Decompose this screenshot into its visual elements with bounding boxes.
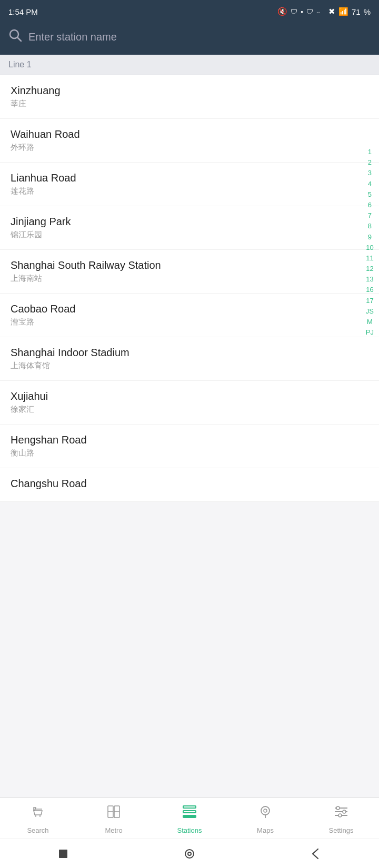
svg-point-19 xyxy=(343,810,346,813)
nav-item-stations[interactable]: Stations xyxy=(152,803,227,834)
shield-icon: 🛡 xyxy=(291,8,297,16)
svg-point-13 xyxy=(264,809,267,812)
station-name-en: Jinjiang Park xyxy=(11,216,347,228)
svg-point-18 xyxy=(336,806,340,810)
station-list: Xinzhuang莘庄Waihuan Road外环路Lianhua Road莲花… xyxy=(0,75,379,502)
scroll-index-item[interactable]: PJ xyxy=(364,328,376,337)
scroll-index-item[interactable]: 1 xyxy=(366,147,374,157)
scroll-index-item[interactable]: 13 xyxy=(364,275,375,284)
station-name-zh: 上海南站 xyxy=(11,274,347,284)
wifi-icon: 📶 xyxy=(338,7,348,16)
bottom-nav: Search Metro Stations xyxy=(0,798,379,839)
scroll-index-item[interactable]: 11 xyxy=(364,254,375,263)
search-header[interactable]: Enter station name xyxy=(0,23,379,55)
scroll-index-item[interactable]: 8 xyxy=(366,221,374,231)
scroll-index-item[interactable]: 2 xyxy=(366,158,374,167)
station-name-zh: 衡山路 xyxy=(11,448,347,458)
station-name-zh: 莘庄 xyxy=(11,99,347,109)
station-item[interactable]: Waihuan Road外环路 xyxy=(0,119,379,163)
station-name-en: Lianhua Road xyxy=(11,172,347,184)
svg-line-1 xyxy=(17,37,21,41)
scroll-index[interactable]: 123456789101112131617JSMPJ xyxy=(364,147,376,337)
screen-icon: ▪ xyxy=(301,8,303,16)
scroll-index-item[interactable]: 17 xyxy=(364,296,375,306)
line-header: Line 1 xyxy=(0,55,379,75)
status-time: 1:54 PM xyxy=(8,7,38,16)
metro-nav-icon xyxy=(105,803,122,824)
settings-nav-icon xyxy=(333,803,350,824)
scroll-index-item[interactable]: 16 xyxy=(364,285,375,295)
scroll-index-item[interactable]: JS xyxy=(364,307,376,316)
settings-nav-label: Settings xyxy=(329,826,354,834)
station-name-en: Shanghai Indoor Stadium xyxy=(11,347,347,359)
stations-nav-label: Stations xyxy=(177,826,202,834)
scroll-index-item[interactable]: M xyxy=(365,317,375,327)
maps-nav-icon xyxy=(257,803,274,824)
scroll-index-item[interactable]: 10 xyxy=(364,243,375,253)
battery-icon: % xyxy=(364,7,371,16)
recents-button[interactable] xyxy=(182,846,197,861)
battery-x-icon: ✖ xyxy=(328,7,335,16)
scroll-index-item[interactable]: 12 xyxy=(364,264,375,274)
svg-point-22 xyxy=(185,850,194,858)
station-name-en: Xinzhuang xyxy=(11,85,347,97)
scroll-index-item[interactable]: 7 xyxy=(366,211,374,220)
station-item[interactable]: Changshu Road xyxy=(0,468,379,502)
search-input[interactable]: Enter station name xyxy=(28,31,371,43)
scroll-index-item[interactable]: 4 xyxy=(366,179,374,189)
station-name-en: Waihuan Road xyxy=(11,128,347,140)
nav-item-settings[interactable]: Settings xyxy=(303,803,379,834)
stations-nav-icon xyxy=(181,803,198,824)
home-button[interactable] xyxy=(56,846,71,861)
system-nav xyxy=(0,839,379,868)
station-item[interactable]: Hengshan Road衡山路 xyxy=(0,425,379,468)
station-name-en: Changshu Road xyxy=(11,478,347,490)
nav-item-search[interactable]: Search xyxy=(0,803,76,834)
nav-item-metro[interactable]: Metro xyxy=(76,803,152,834)
time-display: 1:54 PM xyxy=(8,7,38,16)
search-icon xyxy=(8,28,22,45)
svg-rect-11 xyxy=(183,815,196,817)
station-item[interactable]: Shanghai Indoor Stadium上海体育馆 xyxy=(0,337,379,381)
shield2-icon: 🛡 xyxy=(306,8,313,16)
status-bar: 1:54 PM 🔇 🛡 ▪ 🛡 ·· ✖ 📶 71 % xyxy=(0,0,379,23)
station-name-zh: 锦江乐园 xyxy=(11,230,347,240)
scroll-index-item[interactable]: 5 xyxy=(366,190,374,199)
station-item[interactable]: Shanghai South Railway Station上海南站 xyxy=(0,250,379,294)
scroll-index-item[interactable]: 3 xyxy=(366,168,374,178)
dots-icon: ·· xyxy=(316,8,320,16)
station-item[interactable]: Jinjiang Park锦江乐园 xyxy=(0,206,379,250)
status-icons: 🔇 🛡 ▪ 🛡 ·· ✖ 📶 71 % xyxy=(277,7,371,16)
station-name-zh: 徐家汇 xyxy=(11,405,347,415)
scroll-index-item[interactable]: 6 xyxy=(366,200,374,210)
metro-nav-label: Metro xyxy=(105,826,122,834)
station-item[interactable]: Xujiahui徐家汇 xyxy=(0,381,379,425)
station-name-zh: 外环路 xyxy=(11,143,347,153)
station-name-zh: 莲花路 xyxy=(11,186,347,196)
scroll-index-item[interactable]: 9 xyxy=(366,233,374,242)
station-name-zh: 漕宝路 xyxy=(11,317,347,327)
station-item[interactable]: Xinzhuang莘庄 xyxy=(0,75,379,119)
station-name-en: Shanghai South Railway Station xyxy=(11,259,347,271)
battery-level: 71 xyxy=(352,7,361,16)
station-item[interactable]: Lianhua Road莲花路 xyxy=(0,163,379,206)
svg-rect-9 xyxy=(183,806,196,808)
svg-point-20 xyxy=(338,814,342,817)
svg-rect-10 xyxy=(183,811,196,813)
back-button[interactable] xyxy=(308,846,323,861)
station-item[interactable]: Caobao Road漕宝路 xyxy=(0,294,379,337)
svg-rect-21 xyxy=(59,850,67,858)
station-name-zh: 上海体育馆 xyxy=(11,361,347,371)
search-nav-label: Search xyxy=(27,826,48,834)
maps-nav-label: Maps xyxy=(257,826,274,834)
station-name-en: Caobao Road xyxy=(11,303,347,315)
svg-point-23 xyxy=(188,852,191,855)
nav-item-maps[interactable]: Maps xyxy=(227,803,303,834)
search-nav-icon xyxy=(29,803,46,824)
mute-icon: 🔇 xyxy=(277,7,287,16)
station-name-en: Xujiahui xyxy=(11,390,347,402)
svg-point-12 xyxy=(261,806,270,815)
station-name-en: Hengshan Road xyxy=(11,434,347,446)
